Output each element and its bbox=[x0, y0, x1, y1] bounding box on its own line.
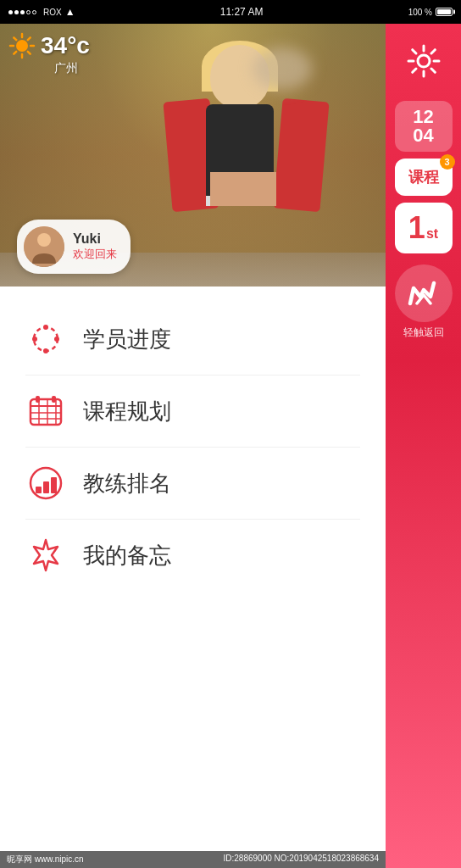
svg-rect-24 bbox=[52, 396, 56, 403]
dot-4 bbox=[26, 10, 31, 14]
dot-5 bbox=[32, 10, 36, 14]
star-icon bbox=[25, 535, 66, 576]
status-right: 100 % bbox=[408, 8, 453, 17]
menu-item-ranking[interactable]: 教练排名 bbox=[25, 448, 360, 520]
person-figure: Calvin Klein bbox=[159, 41, 329, 287]
svg-line-7 bbox=[28, 37, 31, 40]
menu-label-progress: 学员进度 bbox=[83, 325, 171, 354]
rank-suffix: st bbox=[426, 226, 438, 242]
username-display: Yuki bbox=[73, 231, 117, 247]
menu-label-ranking: 教练排名 bbox=[83, 469, 171, 498]
gear-svg bbox=[404, 42, 443, 81]
svg-point-0 bbox=[16, 40, 28, 52]
rank-display: 1 st bbox=[408, 213, 438, 243]
svg-line-35 bbox=[431, 69, 435, 72]
face-blur bbox=[253, 47, 312, 90]
svg-point-14 bbox=[43, 348, 48, 353]
back-label[interactable]: 轻触返回 bbox=[403, 326, 444, 340]
course-widget[interactable]: 3 课程 bbox=[395, 159, 453, 196]
svg-point-13 bbox=[54, 337, 59, 342]
progress-icon bbox=[25, 319, 66, 359]
ranking-svg bbox=[27, 465, 64, 502]
battery-percent: 100 % bbox=[408, 8, 432, 17]
menu-section: 学员进度 课程规划 bbox=[0, 287, 386, 608]
svg-rect-28 bbox=[51, 477, 57, 493]
avatar-image bbox=[24, 226, 64, 267]
settings-button[interactable] bbox=[395, 32, 453, 90]
svg-line-34 bbox=[412, 50, 415, 53]
avatar-svg bbox=[24, 226, 64, 267]
watermark: 昵享网 www.nipic.cn ID:28869000 NO:20190425… bbox=[0, 851, 386, 868]
svg-rect-26 bbox=[36, 487, 42, 493]
city-display: 广州 bbox=[42, 61, 90, 76]
svg-line-5 bbox=[14, 37, 16, 40]
status-left: ROX ▲ bbox=[8, 6, 75, 18]
menu-item-notes[interactable]: 我的备忘 bbox=[25, 520, 360, 591]
rank-widget[interactable]: 1 st bbox=[395, 203, 453, 253]
watermark-id: ID:28869000 NO:2019042518023868634 bbox=[224, 854, 380, 865]
svg-point-11 bbox=[34, 327, 58, 351]
person-belly bbox=[210, 172, 276, 206]
welcome-text-block: Yuki 欢迎回来 bbox=[73, 231, 117, 262]
hero-section: Calvin Klein bbox=[0, 24, 386, 287]
course-badge: 3 bbox=[440, 154, 455, 170]
status-bar: ROX ▲ 11:27 AM 100 % bbox=[0, 0, 461, 24]
sidebar: 12 04 3 课程 1 st 轻触返回 bbox=[386, 24, 461, 868]
date-day: 04 bbox=[399, 126, 448, 145]
logo-svg bbox=[402, 271, 446, 315]
rank-number: 1 bbox=[408, 213, 425, 243]
weather-overlay: 34°c 广州 bbox=[8, 32, 90, 76]
battery-icon bbox=[436, 8, 453, 16]
menu-item-schedule[interactable]: 课程规划 bbox=[25, 376, 360, 448]
svg-point-15 bbox=[32, 337, 37, 342]
dot-1 bbox=[8, 10, 13, 14]
battery-fill bbox=[437, 9, 451, 14]
menu-item-progress[interactable]: 学员进度 bbox=[25, 303, 360, 376]
time-display: 11:27 AM bbox=[220, 6, 264, 18]
dot-3 bbox=[20, 10, 25, 14]
svg-rect-27 bbox=[43, 481, 49, 493]
welcome-message: 欢迎回来 bbox=[73, 247, 117, 262]
svg-point-10 bbox=[37, 233, 51, 247]
svg-line-8 bbox=[14, 52, 16, 54]
svg-line-36 bbox=[431, 50, 435, 53]
course-label: 课程 bbox=[408, 169, 439, 186]
welcome-card[interactable]: Yuki 欢迎回来 bbox=[17, 220, 131, 274]
avatar-container bbox=[24, 226, 64, 267]
logo-widget[interactable] bbox=[395, 264, 453, 322]
watermark-site: 昵享网 www.nipic.cn bbox=[7, 854, 84, 865]
signal-dots bbox=[8, 10, 36, 14]
svg-line-6 bbox=[28, 52, 31, 54]
temperature-display: 34°c bbox=[41, 32, 90, 59]
sun-icon-container bbox=[8, 32, 36, 59]
star-svg bbox=[27, 537, 64, 574]
menu-label-notes: 我的备忘 bbox=[83, 541, 171, 570]
main-container: Calvin Klein bbox=[0, 24, 386, 868]
calendar-svg bbox=[27, 392, 64, 430]
carrier-name: ROX bbox=[43, 8, 62, 17]
svg-point-12 bbox=[43, 325, 48, 330]
sun-svg bbox=[8, 32, 36, 59]
svg-point-29 bbox=[418, 55, 430, 67]
dot-2 bbox=[14, 10, 19, 14]
date-widget[interactable]: 12 04 bbox=[395, 101, 453, 152]
wifi-icon: ▲ bbox=[65, 6, 75, 18]
jacket-right bbox=[273, 98, 329, 212]
svg-rect-23 bbox=[36, 396, 40, 403]
menu-label-schedule: 课程规划 bbox=[83, 397, 171, 426]
calendar-icon bbox=[25, 391, 66, 431]
progress-svg bbox=[27, 320, 64, 358]
weather-top: 34°c bbox=[8, 32, 90, 59]
ranking-icon bbox=[25, 463, 66, 504]
svg-line-37 bbox=[412, 69, 415, 72]
date-month: 12 bbox=[399, 108, 448, 126]
